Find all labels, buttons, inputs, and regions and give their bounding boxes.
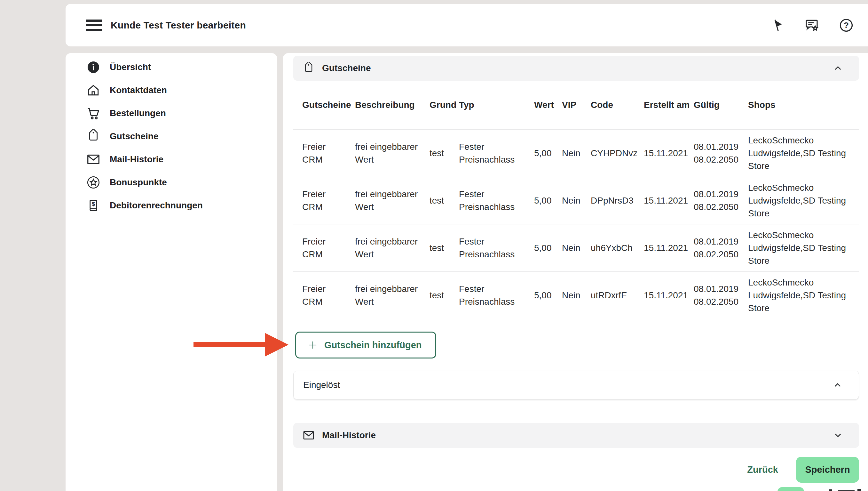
cell-code: CYHPDNvz bbox=[591, 147, 644, 160]
sidebar-item-label: Debitorenrechnungen bbox=[110, 200, 203, 211]
cell-code: uh6YxbCh bbox=[591, 242, 644, 255]
cell-gueltig: 08.01.2019 08.02.2050 bbox=[694, 141, 748, 166]
cell-typ: Fester Preisnachlass bbox=[459, 235, 534, 261]
cell-vip: Nein bbox=[562, 289, 591, 302]
feedback-star-icon[interactable] bbox=[804, 18, 819, 33]
chevron-up-icon bbox=[831, 379, 844, 392]
column-header: Code bbox=[591, 100, 644, 110]
cell-code: utRDxrfE bbox=[591, 289, 644, 302]
cell-wert: 5,00 bbox=[534, 194, 562, 207]
tag-icon bbox=[86, 129, 101, 144]
table-row: Freier CRM frei eingebbarer Wert test Fe… bbox=[293, 177, 859, 224]
cell-gueltig: 08.01.2019 08.02.2050 bbox=[694, 188, 748, 213]
cell-gutscheine: Freier CRM bbox=[302, 141, 355, 166]
section-header-eingeloest[interactable]: Eingelöst bbox=[293, 371, 859, 400]
sidebar-item-bonuspunkte[interactable]: Bonuspunkte bbox=[66, 171, 277, 194]
info-icon bbox=[86, 60, 101, 75]
svg-text:?: ? bbox=[844, 20, 849, 30]
cell-vip: Nein bbox=[562, 147, 591, 160]
column-header: Beschreibung bbox=[355, 100, 430, 110]
add-voucher-label: Gutschein hinzufügen bbox=[324, 340, 422, 350]
column-header: Shops bbox=[748, 100, 859, 110]
cell-grund: test bbox=[430, 194, 459, 207]
sidebar-item-uebersicht[interactable]: Übersicht bbox=[66, 56, 277, 79]
svg-text:$: $ bbox=[92, 201, 95, 207]
cell-gutscheine: Freier CRM bbox=[302, 235, 355, 261]
column-header: Gutscheine bbox=[302, 100, 355, 110]
section-title: Eingelöst bbox=[303, 380, 340, 390]
cell-wert: 5,00 bbox=[534, 289, 562, 302]
footer-actions: Zurück Speichern bbox=[293, 457, 859, 483]
sidebar-item-debitorenrechnungen[interactable]: $ Debitorenrechnungen bbox=[66, 194, 277, 217]
cell-shops: LeckoSchmecko Ludwigsfelde,SD Testing St… bbox=[748, 181, 859, 220]
plus-icon bbox=[307, 339, 318, 351]
page-title: Kunde Test Tester bearbeiten bbox=[111, 20, 246, 31]
add-voucher-button[interactable]: Gutschein hinzufügen bbox=[295, 331, 436, 358]
sidebar-item-label: Bestellungen bbox=[110, 108, 166, 118]
column-header: Typ bbox=[459, 100, 534, 110]
sidebar-item-bestellungen[interactable]: Bestellungen bbox=[66, 102, 277, 125]
help-icon[interactable]: ? bbox=[839, 18, 854, 33]
cell-grund: test bbox=[430, 147, 459, 160]
section-header-gutscheine[interactable]: Gutscheine bbox=[293, 56, 859, 81]
sidebar-item-gutscheine[interactable]: Gutscheine bbox=[66, 125, 277, 148]
cell-erstellt-am: 15.11.2021 bbox=[644, 147, 694, 160]
cell-shops: LeckoSchmecko Ludwigsfelde,SD Testing St… bbox=[748, 276, 859, 315]
menu-icon[interactable] bbox=[86, 20, 102, 31]
home-icon bbox=[86, 83, 101, 97]
cell-vip: Nein bbox=[562, 194, 591, 207]
star-badge-icon bbox=[86, 175, 101, 190]
table-row: Freier CRM frei eingebbarer Wert test Fe… bbox=[293, 272, 859, 319]
cell-vip: Nein bbox=[562, 242, 591, 255]
column-header: Grund bbox=[430, 100, 459, 110]
column-header: Wert bbox=[534, 100, 562, 110]
cell-erstellt-am: 15.11.2021 bbox=[644, 289, 694, 302]
section-title: Gutscheine bbox=[322, 63, 371, 73]
cell-gutscheine: Freier CRM bbox=[302, 188, 355, 213]
cell-typ: Fester Preisnachlass bbox=[459, 141, 534, 166]
cell-typ: Fester Preisnachlass bbox=[459, 283, 534, 308]
section-title: Mail-Historie bbox=[322, 430, 376, 440]
sidebar-item-mail-historie[interactable]: Mail-Historie bbox=[66, 148, 277, 171]
cell-shops: LeckoSchmecko Ludwigsfelde,SD Testing St… bbox=[748, 134, 859, 173]
column-header: VIP bbox=[562, 100, 591, 110]
flag-icon[interactable] bbox=[770, 18, 785, 33]
cell-beschreibung: frei eingebbarer Wert bbox=[355, 283, 430, 308]
tag-icon bbox=[302, 62, 315, 75]
column-header: Gültig bbox=[694, 100, 748, 110]
sidebar-item-label: Kontaktdaten bbox=[110, 85, 167, 95]
table-row: Freier CRM frei eingebbarer Wert test Fe… bbox=[293, 129, 859, 177]
cell-gueltig: 08.01.2019 08.02.2050 bbox=[694, 235, 748, 261]
main-content: Gutscheine Gutscheine Beschreibung Grund… bbox=[283, 53, 868, 491]
cutoff-text-fragment bbox=[858, 489, 861, 491]
cutoff-green-button bbox=[777, 487, 804, 491]
column-header: Erstellt am bbox=[644, 100, 694, 110]
cell-erstellt-am: 15.11.2021 bbox=[644, 242, 694, 255]
cell-wert: 5,00 bbox=[534, 242, 562, 255]
cell-gutscheine: Freier CRM bbox=[302, 283, 355, 308]
cell-shops: LeckoSchmecko Ludwigsfelde,SD Testing St… bbox=[748, 229, 859, 267]
envelope-icon bbox=[302, 429, 315, 442]
page: { "header": { "title": "Kunde Test Teste… bbox=[0, 0, 868, 491]
annotation-arrow bbox=[193, 342, 267, 347]
sidebar-item-label: Mail-Historie bbox=[110, 154, 163, 165]
cell-grund: test bbox=[430, 242, 459, 255]
back-button[interactable]: Zurück bbox=[747, 464, 778, 475]
chevron-down-icon bbox=[832, 429, 844, 442]
cell-grund: test bbox=[430, 289, 459, 302]
cell-gueltig: 08.01.2019 08.02.2050 bbox=[694, 283, 748, 308]
section-header-mail-historie[interactable]: Mail-Historie bbox=[293, 423, 859, 448]
envelope-icon bbox=[86, 152, 101, 167]
sidebar-item-kontaktdaten[interactable]: Kontaktdaten bbox=[66, 79, 277, 102]
cutoff-text-fragment bbox=[829, 489, 832, 491]
invoice-icon: $ bbox=[86, 198, 101, 213]
save-button[interactable]: Speichern bbox=[796, 457, 859, 483]
cell-code: DPpNrsD3 bbox=[591, 194, 644, 207]
annotation-arrow-head bbox=[265, 333, 288, 356]
sidebar: Übersicht Kontaktdaten Bestellungen bbox=[66, 53, 277, 491]
table-header-row: Gutscheine Beschreibung Grund Typ Wert V… bbox=[293, 81, 859, 129]
cell-typ: Fester Preisnachlass bbox=[459, 188, 534, 213]
cell-beschreibung: frei eingebbarer Wert bbox=[355, 235, 430, 261]
sidebar-item-label: Übersicht bbox=[110, 62, 151, 73]
cell-erstellt-am: 15.11.2021 bbox=[644, 194, 694, 207]
